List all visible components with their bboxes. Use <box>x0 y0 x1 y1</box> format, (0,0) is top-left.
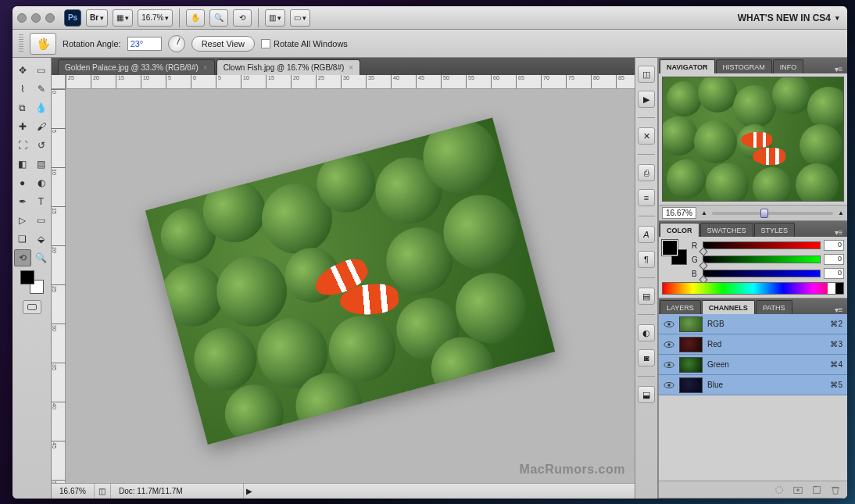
canvas[interactable]: MacRumors.com <box>66 89 635 483</box>
foreground-background-colors[interactable] <box>20 270 44 294</box>
rotate-all-windows-checkbox[interactable]: Rotate All Windows <box>261 39 348 48</box>
bridge-button[interactable]: Br <box>86 9 108 27</box>
status-icon[interactable]: ◫ <box>95 484 111 499</box>
color-spectrum[interactable] <box>662 282 844 295</box>
close-tab-icon[interactable]: × <box>349 63 353 72</box>
zoom-in-icon[interactable]: ▲ <box>838 209 844 216</box>
panel-menu-icon[interactable]: ▾≡ <box>832 64 845 73</box>
navigator-zoom-value[interactable]: 16.67% <box>662 207 696 219</box>
panel-menu-icon[interactable]: ▾≡ <box>832 305 845 314</box>
brush-tool[interactable]: 🖌 <box>33 118 50 135</box>
horizontal-ruler[interactable]: 2520151050510152025303540455055606570758… <box>66 75 635 89</box>
zoom-level-dropdown[interactable]: 16.7% <box>138 9 173 27</box>
tab-styles[interactable]: STYLES <box>754 223 796 237</box>
panel-icon[interactable]: ✕ <box>638 127 655 145</box>
quick-mask-toggle[interactable] <box>23 300 41 314</box>
channel-row[interactable]: Green⌘4 <box>659 355 847 375</box>
document-tab[interactable]: Golden Palace.jpg @ 33.3% (RGB/8#) × <box>58 59 215 75</box>
r-value[interactable]: 0 <box>824 240 844 251</box>
workspace-switcher[interactable]: WHAT'S NEW IN CS4 <box>738 13 842 23</box>
path-select-tool[interactable]: ▷ <box>14 212 31 229</box>
g-value[interactable]: 0 <box>824 254 844 265</box>
eraser-tool[interactable]: ◧ <box>14 155 31 173</box>
history-brush-tool[interactable]: ↺ <box>33 137 50 154</box>
current-tool-preset[interactable]: 🖐 <box>30 33 56 55</box>
g-slider[interactable] <box>703 256 821 263</box>
navigator-zoom-slider[interactable] <box>712 212 833 215</box>
move-tool[interactable]: ✥ <box>14 62 31 79</box>
navigator-thumbnail[interactable] <box>662 77 844 202</box>
zoom-window-button[interactable] <box>45 13 55 23</box>
tab-histogram[interactable]: HISTOGRAM <box>716 59 772 73</box>
zoom-tool-button[interactable]: 🔍 <box>209 9 228 27</box>
options-grip[interactable] <box>19 34 23 53</box>
new-channel-icon[interactable] <box>811 484 822 495</box>
color-swatch-pair[interactable] <box>662 240 687 265</box>
3d-tool[interactable]: ❏ <box>14 231 31 248</box>
save-selection-icon[interactable] <box>792 484 803 495</box>
load-selection-icon[interactable] <box>774 484 785 495</box>
quick-select-tool[interactable]: ✎ <box>33 80 50 98</box>
type-tool[interactable]: T <box>33 193 50 210</box>
arrange-documents-button[interactable]: ▥ <box>265 9 285 27</box>
panel-icon[interactable]: ⎙ <box>638 164 655 181</box>
selection-tool[interactable]: ▭ <box>33 62 50 79</box>
hand-tool-button[interactable]: ✋ <box>186 9 205 27</box>
rotate-view-tool[interactable]: ⟲ <box>14 249 31 266</box>
app-icon[interactable]: Ps <box>64 9 81 27</box>
rotation-angle-input[interactable] <box>127 37 162 51</box>
shape-tool[interactable]: ▭ <box>33 212 50 229</box>
ruler-origin[interactable] <box>52 75 66 89</box>
rotation-dial[interactable] <box>168 35 185 52</box>
tab-info[interactable]: INFO <box>773 59 804 73</box>
view-extras-button[interactable]: ▦ <box>113 9 133 27</box>
status-doc-info[interactable]: Doc: 11.7M/11.7M <box>111 484 244 499</box>
tab-layers[interactable]: LAYERS <box>660 300 701 314</box>
status-menu-arrow[interactable]: ▶ <box>244 487 255 495</box>
screen-mode-button[interactable]: ▭ <box>290 9 310 27</box>
dodge-tool[interactable]: ◐ <box>33 174 50 191</box>
channel-row[interactable]: Blue⌘5 <box>659 375 847 395</box>
pen-tool[interactable]: ✒ <box>14 193 31 210</box>
zoom-tool-2[interactable]: 🔍 <box>33 249 50 266</box>
b-value[interactable]: 0 <box>824 268 844 279</box>
visibility-icon[interactable] <box>664 339 674 350</box>
panel-icon[interactable]: ⬓ <box>638 386 655 403</box>
panel-icon[interactable]: ▶ <box>638 91 655 108</box>
3d-camera-tool[interactable]: ⬙ <box>33 231 50 248</box>
tab-paths[interactable]: PATHS <box>756 300 792 314</box>
panel-icon[interactable]: ¶ <box>638 251 655 268</box>
fg-color-swatch[interactable] <box>662 240 678 256</box>
reset-view-button[interactable]: Reset View <box>191 36 255 52</box>
stamp-tool[interactable]: ⛶ <box>14 137 31 154</box>
zoom-out-icon[interactable]: ▲ <box>701 209 707 216</box>
delete-channel-icon[interactable] <box>830 484 841 495</box>
tab-swatches[interactable]: SWATCHES <box>700 223 753 237</box>
eyedropper-tool[interactable]: 💧 <box>33 99 50 116</box>
channel-row[interactable]: Red⌘3 <box>659 334 847 355</box>
panel-icon[interactable]: ≡ <box>638 189 655 206</box>
panel-icon[interactable]: ◫ <box>638 66 655 83</box>
foreground-color-swatch[interactable] <box>20 270 34 284</box>
panel-icon[interactable]: ◙ <box>638 349 655 366</box>
close-tab-icon[interactable]: × <box>203 63 208 72</box>
b-slider[interactable] <box>703 270 821 277</box>
panel-icon[interactable]: ▤ <box>638 288 655 305</box>
crop-tool[interactable]: ⧉ <box>14 99 31 116</box>
tab-navigator[interactable]: NAVIGATOR <box>660 59 715 73</box>
visibility-icon[interactable] <box>664 380 674 391</box>
status-zoom[interactable]: 16.67% <box>52 484 95 499</box>
vertical-ruler[interactable]: 05101520253035404550 <box>52 89 66 483</box>
visibility-icon[interactable] <box>664 359 674 370</box>
panel-icon[interactable]: ◐ <box>638 324 655 341</box>
document-tab[interactable]: Clown Fish.jpg @ 16.7% (RGB/8#) × <box>216 59 361 75</box>
panel-icon[interactable]: A <box>638 226 655 243</box>
minimize-window-button[interactable] <box>31 13 41 23</box>
tab-channels[interactable]: CHANNELS <box>702 300 755 314</box>
r-slider[interactable] <box>703 241 821 249</box>
lasso-tool[interactable]: ⌇ <box>14 80 31 98</box>
blur-tool[interactable]: ● <box>14 174 31 191</box>
visibility-icon[interactable] <box>664 319 674 330</box>
healing-tool[interactable]: ✚ <box>14 118 31 135</box>
tab-color[interactable]: COLOR <box>660 223 699 237</box>
